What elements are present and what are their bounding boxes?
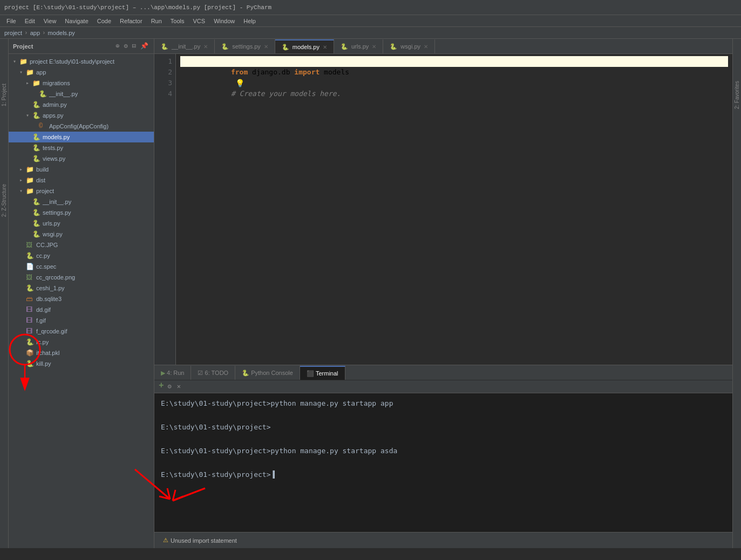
bottom-tab-run[interactable]: ▶ 4: Run — [154, 366, 191, 380]
tree-item-fcpy[interactable]: 🐍 fc.py — [9, 337, 154, 347]
tab-wsgi[interactable]: 🐍 wsgi.py ✕ — [383, 39, 435, 53]
db-file-icon: 🗃 — [26, 295, 35, 303]
close-tab-btn[interactable]: ✕ — [372, 44, 376, 50]
py-file-icon: 🐍 — [32, 144, 41, 152]
tab-label: Terminal — [316, 370, 338, 377]
tree-item-fqrcode[interactable]: 🎞 f_qrcode.gif — [9, 326, 154, 337]
tree-item-init-app[interactable]: 🐍 __init__.py — [9, 88, 154, 99]
menu-file[interactable]: File — [2, 17, 21, 25]
tree-label: f_qrcode.gif — [36, 328, 67, 334]
add-terminal-btn[interactable]: + — [159, 381, 164, 391]
structure-panel-toggle[interactable]: 2: Z-Structure — [0, 147, 9, 255]
collapse-icon[interactable]: ⊟ — [131, 41, 137, 51]
expand-arrow: ▾ — [19, 188, 26, 194]
class-icon: © — [39, 122, 47, 130]
close-tab-btn[interactable]: ✕ — [323, 44, 327, 50]
tree-item-appconfig[interactable]: © AppConfig(AppConfig) — [9, 121, 154, 132]
tree-item-build[interactable]: ▸ 📁 build — [9, 164, 154, 175]
tree-item-migrations[interactable]: ▸ 📁 migrations — [9, 78, 154, 88]
tree-item-views[interactable]: 🐍 views.py — [9, 153, 154, 164]
tree-item-wsgi[interactable]: 🐍 wsgi.py — [9, 229, 154, 240]
bottom-tab-todo[interactable]: ☑ 6: TODO — [191, 366, 235, 380]
tab-urls[interactable]: 🐍 urls.py ✕ — [334, 39, 383, 53]
menu-view[interactable]: View — [39, 17, 61, 25]
tree-item-ccspec[interactable]: 📄 cc.spec — [9, 261, 154, 272]
tree-label: __init__.py — [49, 91, 78, 97]
tree-item-models[interactable]: 🐍 models.py — [9, 132, 154, 142]
breadcrumb-app[interactable]: app — [30, 30, 40, 36]
tree-item-fgif[interactable]: 🎞 f.gif — [9, 315, 154, 326]
tree-item-ceshi[interactable]: 🐍 ceshi_1.py — [9, 283, 154, 293]
project-panel-toggle[interactable]: 1: Project — [0, 39, 9, 147]
close-tab-btn[interactable]: ✕ — [264, 44, 268, 50]
folder-icon: 📁 — [26, 166, 35, 174]
tree-item-project-folder[interactable]: ▾ 📁 project — [9, 186, 154, 196]
tree-item-project-root[interactable]: ▾ 📁 project E:\study\01-study\project — [9, 56, 154, 67]
favorites-toggle[interactable]: 2: Favorites — [733, 41, 742, 149]
pin-icon[interactable]: 📌 — [139, 41, 149, 51]
bottom-tab-terminal[interactable]: ⬛ Terminal — [300, 366, 345, 380]
py-file-icon: 🐍 — [32, 230, 41, 238]
tree-item-ddgif[interactable]: 🎞 dd.gif — [9, 304, 154, 315]
terminal-line-6 — [161, 457, 726, 469]
menu-tools[interactable]: Tools — [166, 17, 189, 25]
tab-settings[interactable]: 🐍 settings.py ✕ — [215, 39, 275, 53]
tab-init[interactable]: 🐍 __init__.py ✕ — [154, 39, 215, 53]
close-tab-btn[interactable]: ✕ — [203, 44, 208, 50]
tree-item-itchat[interactable]: 📦 itchat.pkl — [9, 347, 154, 358]
close-tab-btn[interactable]: ✕ — [424, 44, 428, 50]
gif-file-icon: 🎞 — [26, 327, 35, 336]
tree-item-app[interactable]: ▾ 📁 app — [9, 67, 154, 78]
tree-label: settings.py — [43, 209, 71, 216]
tree-item-admin[interactable]: 🐍 admin.py — [9, 99, 154, 110]
title-bar: project [E:\study\01-study\project] – ..… — [0, 0, 741, 15]
tree-item-urls[interactable]: 🐍 urls.py — [9, 218, 154, 229]
sync-icon[interactable]: ⊕ — [114, 41, 120, 51]
line-num: 4 — [154, 88, 172, 99]
tree-item-ccjpg[interactable]: 🖼 CC.JPG — [9, 240, 154, 250]
menu-run[interactable]: Run — [147, 17, 166, 25]
sidebar-header: Project ⊕ ⚙ ⊟ 📌 — [9, 39, 154, 54]
tree-label: CC.JPG — [36, 242, 58, 248]
terminal-line-3: E:\study\01-study\project> — [161, 421, 726, 433]
tree-label: apps.py — [43, 112, 64, 119]
unused-import-warning[interactable]: ⚠ Unused import statement — [159, 536, 241, 545]
run-icon: ▶ — [161, 370, 165, 377]
tree-item-init-project[interactable]: 🐍 __init__.py — [9, 196, 154, 207]
settings-icon[interactable]: ⚙ — [123, 41, 129, 51]
tree-item-ccpy[interactable]: 🐍 cc.py — [9, 250, 154, 261]
editor-tabs: 🐍 __init__.py ✕ 🐍 settings.py ✕ 🐍 models… — [154, 39, 732, 54]
code-content[interactable]: from django.db import models 💡 # Create … — [176, 54, 732, 365]
tree-item-settings[interactable]: 🐍 settings.py — [9, 207, 154, 218]
tree-item-dbsqlite[interactable]: 🗃 db.sqlite3 — [9, 293, 154, 304]
breadcrumb-models[interactable]: models.py — [48, 30, 75, 36]
terminal-settings-btn[interactable]: ⚙ — [166, 382, 173, 391]
menu-edit[interactable]: Edit — [21, 17, 39, 25]
menu-code[interactable]: Code — [93, 17, 115, 25]
tree-item-apps[interactable]: ▾ 🐍 apps.py — [9, 110, 154, 121]
tree-item-dist[interactable]: ▸ 📁 dist — [9, 175, 154, 186]
sidebar-title: Project — [13, 43, 33, 50]
favorites-panel: 2: Favorites — [732, 39, 741, 548]
py-icon: 🐍 — [282, 44, 289, 51]
tree-item-tests[interactable]: 🐍 tests.py — [9, 142, 154, 153]
file-icon: 📄 — [26, 263, 35, 271]
menu-vcs[interactable]: VCS — [189, 17, 210, 25]
status-text: Unused import statement — [171, 537, 237, 544]
tab-models[interactable]: 🐍 models.py ✕ — [275, 39, 334, 53]
editor-area: 🐍 __init__.py ✕ 🐍 settings.py ✕ 🐍 models… — [154, 39, 732, 548]
menu-help[interactable]: Help — [239, 17, 260, 25]
tree-label: models.py — [43, 134, 70, 140]
breadcrumb-project[interactable]: project — [4, 30, 22, 36]
terminal-line-7: E:\study\01-study\project>▌ — [161, 469, 726, 481]
terminal-content[interactable]: E:\study\01-study\project>python manage.… — [154, 393, 732, 532]
tab-label: 6: TODO — [205, 370, 229, 376]
py-file-icon: 🐍 — [26, 360, 35, 368]
bottom-tab-python-console[interactable]: 🐍 Python Console — [235, 366, 300, 380]
menu-refactor[interactable]: Refactor — [115, 17, 147, 25]
menu-window[interactable]: Window — [209, 17, 239, 25]
terminal-close-btn[interactable]: ✕ — [175, 382, 182, 391]
tree-item-killpy[interactable]: 🐍 kill.py — [9, 358, 154, 369]
tree-item-ccqrcode[interactable]: 🖼 cc_qrcode.png — [9, 272, 154, 283]
menu-navigate[interactable]: Navigate — [60, 17, 92, 25]
